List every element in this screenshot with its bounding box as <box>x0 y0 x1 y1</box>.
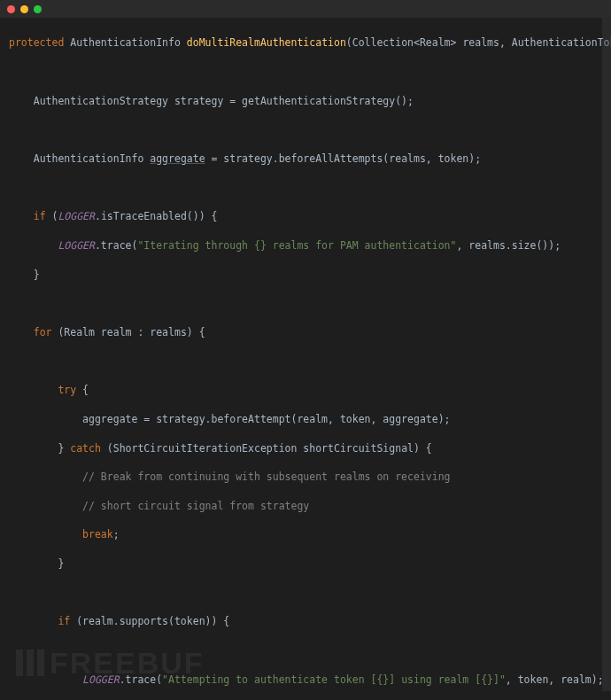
keyword-break: break <box>82 528 113 541</box>
string-literal: "Attempting to authenticate token [{}] u… <box>162 673 506 686</box>
statement: AuthenticationStrategy strategy = getAut… <box>34 95 414 107</box>
method-name: doMultiRealmAuthentication <box>187 36 346 49</box>
keyword-for: for <box>34 326 52 338</box>
comment: // Break from continuing with subsequent… <box>82 471 450 483</box>
code-line: // short circuit signal from strategy <box>9 499 602 513</box>
field-logger: LOGGER <box>82 673 120 686</box>
keyword-try: try <box>58 384 76 396</box>
return-type: AuthenticationInfo <box>70 36 181 49</box>
zoom-icon[interactable] <box>34 5 42 13</box>
method-params: (Collection<Realm> realms, Authenticatio… <box>346 36 611 49</box>
code-line: // Break from continuing with subsequent… <box>9 470 602 484</box>
code-line: LOGGER.trace("Attempting to authenticate… <box>9 673 602 687</box>
minimize-icon[interactable] <box>20 5 28 13</box>
code-line: if (LOGGER.isTraceEnabled()) { <box>9 209 602 223</box>
code-line: if (realm.supports(token)) { <box>9 614 602 628</box>
variable-aggregate: aggregate <box>150 152 205 165</box>
code-line: } catch (ShortCircuitIterationException … <box>9 441 602 455</box>
close-icon[interactable] <box>7 5 15 13</box>
keyword-catch: catch <box>70 442 101 455</box>
string-literal: "Iterating through {} realms for PAM aut… <box>137 239 456 252</box>
scrollbar-track[interactable] <box>602 18 611 691</box>
code-line: AuthenticationStrategy strategy = getAut… <box>9 94 602 108</box>
code-line: for (Realm realm : realms) { <box>9 325 602 339</box>
code-line: try { <box>9 383 602 397</box>
code-editor: protected AuthenticationInfo doMultiReal… <box>0 18 611 700</box>
code-line: LOGGER.trace("Iterating through {} realm… <box>9 238 602 253</box>
comment: // short circuit signal from strategy <box>82 500 309 512</box>
window-titlebar <box>0 0 611 18</box>
code-line: } <box>9 268 602 282</box>
field-logger: LOGGER <box>58 239 95 252</box>
field-logger: LOGGER <box>58 210 95 222</box>
keyword-if: if <box>34 210 46 222</box>
code-line: break; <box>9 527 602 541</box>
code-line: protected AuthenticationInfo doMultiReal… <box>9 35 602 50</box>
keyword-protected: protected <box>9 36 64 49</box>
code-line: } <box>9 556 602 571</box>
code-line: AuthenticationInfo aggregate = strategy.… <box>9 152 602 166</box>
keyword-if: if <box>58 615 70 627</box>
code-line: aggregate = strategy.beforeAttempt(realm… <box>9 412 602 426</box>
